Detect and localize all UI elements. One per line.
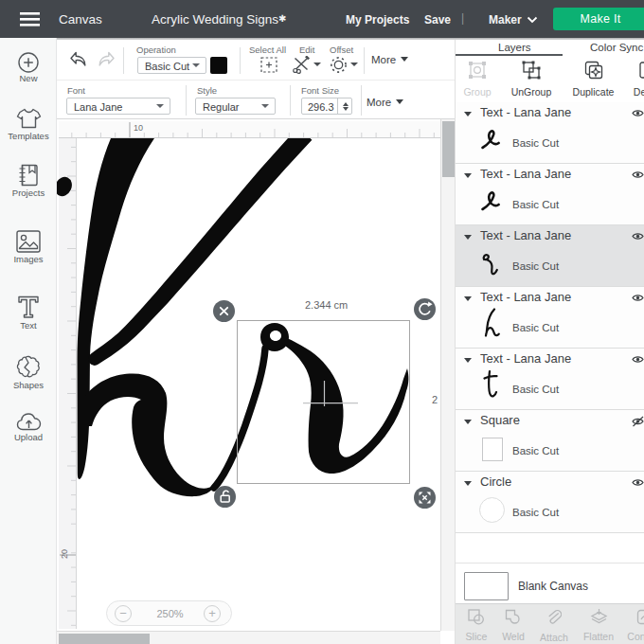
- svg-text:10: 10: [134, 123, 143, 133]
